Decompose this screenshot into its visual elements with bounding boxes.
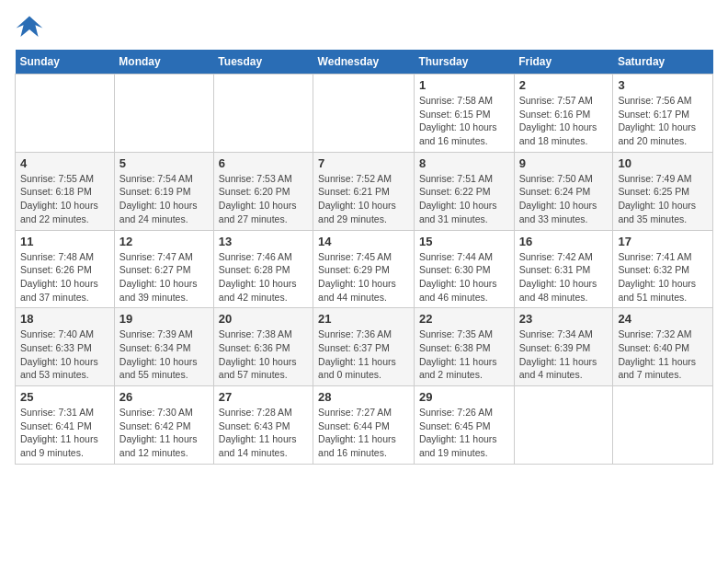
day-info: Sunrise: 7:52 AM Sunset: 6:21 PM Dayligh… — [318, 172, 409, 226]
day-number: 19 — [119, 312, 209, 326]
calendar-cell: 25Sunrise: 7:31 AM Sunset: 6:41 PM Dayli… — [16, 386, 115, 465]
svg-marker-0 — [17, 17, 43, 37]
day-info: Sunrise: 7:44 AM Sunset: 6:30 PM Dayligh… — [419, 250, 509, 304]
day-number: 5 — [119, 156, 209, 170]
day-number: 17 — [618, 235, 708, 248]
column-header-friday: Friday — [514, 50, 613, 75]
calendar-cell: 7Sunrise: 7:52 AM Sunset: 6:21 PM Daylig… — [313, 152, 415, 230]
page-header — [15, 15, 713, 40]
day-number: 8 — [419, 156, 509, 170]
calendar-cell: 2Sunrise: 7:57 AM Sunset: 6:16 PM Daylig… — [514, 75, 613, 153]
calendar-table: SundayMondayTuesdayWednesdayThursdayFrid… — [15, 50, 713, 465]
day-number: 28 — [318, 390, 409, 404]
column-header-saturday: Saturday — [613, 50, 713, 75]
day-number: 21 — [318, 312, 409, 326]
calendar-cell: 24Sunrise: 7:32 AM Sunset: 6:40 PM Dayli… — [613, 308, 713, 386]
day-info: Sunrise: 7:55 AM Sunset: 6:18 PM Dayligh… — [20, 172, 109, 226]
calendar-cell: 13Sunrise: 7:46 AM Sunset: 6:28 PM Dayli… — [213, 230, 313, 308]
day-info: Sunrise: 7:47 AM Sunset: 6:27 PM Dayligh… — [119, 250, 209, 304]
logo — [15, 15, 48, 40]
day-number: 27 — [219, 390, 308, 404]
day-number: 25 — [20, 390, 109, 404]
day-number: 3 — [618, 78, 708, 92]
logo-icon — [15, 15, 44, 40]
day-number: 15 — [419, 235, 509, 248]
calendar-cell: 26Sunrise: 7:30 AM Sunset: 6:42 PM Dayli… — [114, 386, 213, 465]
calendar-cell: 29Sunrise: 7:26 AM Sunset: 6:45 PM Dayli… — [414, 386, 514, 465]
calendar-cell: 11Sunrise: 7:48 AM Sunset: 6:26 PM Dayli… — [16, 230, 115, 308]
calendar-cell — [514, 386, 613, 465]
calendar-cell: 8Sunrise: 7:51 AM Sunset: 6:22 PM Daylig… — [414, 152, 514, 230]
calendar-cell: 17Sunrise: 7:41 AM Sunset: 6:32 PM Dayli… — [613, 230, 713, 308]
calendar-cell: 6Sunrise: 7:53 AM Sunset: 6:20 PM Daylig… — [213, 152, 313, 230]
day-info: Sunrise: 7:35 AM Sunset: 6:38 PM Dayligh… — [419, 327, 509, 382]
day-info: Sunrise: 7:56 AM Sunset: 6:17 PM Dayligh… — [618, 94, 708, 148]
calendar-cell: 22Sunrise: 7:35 AM Sunset: 6:38 PM Dayli… — [414, 308, 514, 386]
day-info: Sunrise: 7:32 AM Sunset: 6:40 PM Dayligh… — [618, 327, 708, 382]
day-number: 4 — [20, 156, 109, 170]
day-info: Sunrise: 7:54 AM Sunset: 6:19 PM Dayligh… — [119, 172, 209, 226]
day-info: Sunrise: 7:41 AM Sunset: 6:32 PM Dayligh… — [618, 250, 708, 304]
day-number: 13 — [219, 235, 308, 248]
column-header-sunday: Sunday — [16, 50, 115, 75]
calendar-cell: 16Sunrise: 7:42 AM Sunset: 6:31 PM Dayli… — [514, 230, 613, 308]
calendar-cell: 15Sunrise: 7:44 AM Sunset: 6:30 PM Dayli… — [414, 230, 514, 308]
day-number: 26 — [119, 390, 209, 404]
day-number: 20 — [219, 312, 308, 326]
day-number: 23 — [519, 312, 609, 326]
calendar-cell: 20Sunrise: 7:38 AM Sunset: 6:36 PM Dayli… — [213, 308, 313, 386]
day-info: Sunrise: 7:27 AM Sunset: 6:44 PM Dayligh… — [318, 406, 409, 460]
day-info: Sunrise: 7:26 AM Sunset: 6:45 PM Dayligh… — [419, 406, 509, 460]
column-header-monday: Monday — [114, 50, 213, 75]
calendar-cell — [613, 386, 713, 465]
day-number: 9 — [519, 156, 609, 170]
calendar-cell: 1Sunrise: 7:58 AM Sunset: 6:15 PM Daylig… — [414, 75, 514, 153]
day-number: 1 — [419, 78, 509, 92]
day-number: 16 — [519, 235, 609, 248]
day-info: Sunrise: 7:39 AM Sunset: 6:34 PM Dayligh… — [119, 327, 209, 382]
day-number: 10 — [618, 156, 708, 170]
day-info: Sunrise: 7:53 AM Sunset: 6:20 PM Dayligh… — [219, 172, 308, 226]
day-info: Sunrise: 7:58 AM Sunset: 6:15 PM Dayligh… — [419, 94, 509, 148]
calendar-cell: 21Sunrise: 7:36 AM Sunset: 6:37 PM Dayli… — [313, 308, 415, 386]
column-header-wednesday: Wednesday — [313, 50, 415, 75]
calendar-cell — [313, 75, 415, 153]
day-number: 7 — [318, 156, 409, 170]
calendar-cell: 18Sunrise: 7:40 AM Sunset: 6:33 PM Dayli… — [16, 308, 115, 386]
calendar-cell: 9Sunrise: 7:50 AM Sunset: 6:24 PM Daylig… — [514, 152, 613, 230]
day-info: Sunrise: 7:42 AM Sunset: 6:31 PM Dayligh… — [519, 250, 609, 304]
day-info: Sunrise: 7:30 AM Sunset: 6:42 PM Dayligh… — [119, 406, 209, 460]
day-info: Sunrise: 7:51 AM Sunset: 6:22 PM Dayligh… — [419, 172, 509, 226]
day-number: 24 — [618, 312, 708, 326]
day-info: Sunrise: 7:38 AM Sunset: 6:36 PM Dayligh… — [219, 327, 308, 382]
day-info: Sunrise: 7:50 AM Sunset: 6:24 PM Dayligh… — [519, 172, 609, 226]
day-number: 6 — [219, 156, 308, 170]
day-info: Sunrise: 7:40 AM Sunset: 6:33 PM Dayligh… — [20, 327, 109, 382]
day-number: 29 — [419, 390, 509, 404]
day-number: 18 — [20, 312, 109, 326]
calendar-cell: 19Sunrise: 7:39 AM Sunset: 6:34 PM Dayli… — [114, 308, 213, 386]
calendar-cell: 12Sunrise: 7:47 AM Sunset: 6:27 PM Dayli… — [114, 230, 213, 308]
column-header-thursday: Thursday — [414, 50, 514, 75]
column-header-tuesday: Tuesday — [213, 50, 313, 75]
day-number: 2 — [519, 78, 609, 92]
day-info: Sunrise: 7:31 AM Sunset: 6:41 PM Dayligh… — [20, 406, 109, 460]
day-info: Sunrise: 7:57 AM Sunset: 6:16 PM Dayligh… — [519, 94, 609, 148]
calendar-cell — [16, 75, 115, 153]
calendar-cell: 23Sunrise: 7:34 AM Sunset: 6:39 PM Dayli… — [514, 308, 613, 386]
day-number: 11 — [20, 235, 109, 248]
calendar-cell: 27Sunrise: 7:28 AM Sunset: 6:43 PM Dayli… — [213, 386, 313, 465]
calendar-cell — [213, 75, 313, 153]
day-number: 12 — [119, 235, 209, 248]
day-info: Sunrise: 7:28 AM Sunset: 6:43 PM Dayligh… — [219, 406, 308, 460]
day-number: 22 — [419, 312, 509, 326]
day-info: Sunrise: 7:48 AM Sunset: 6:26 PM Dayligh… — [20, 250, 109, 304]
calendar-cell: 10Sunrise: 7:49 AM Sunset: 6:25 PM Dayli… — [613, 152, 713, 230]
calendar-cell: 5Sunrise: 7:54 AM Sunset: 6:19 PM Daylig… — [114, 152, 213, 230]
calendar-cell: 4Sunrise: 7:55 AM Sunset: 6:18 PM Daylig… — [16, 152, 115, 230]
calendar-cell: 28Sunrise: 7:27 AM Sunset: 6:44 PM Dayli… — [313, 386, 415, 465]
calendar-cell — [114, 75, 213, 153]
day-info: Sunrise: 7:49 AM Sunset: 6:25 PM Dayligh… — [618, 172, 708, 226]
day-info: Sunrise: 7:34 AM Sunset: 6:39 PM Dayligh… — [519, 327, 609, 382]
day-info: Sunrise: 7:46 AM Sunset: 6:28 PM Dayligh… — [219, 250, 308, 304]
